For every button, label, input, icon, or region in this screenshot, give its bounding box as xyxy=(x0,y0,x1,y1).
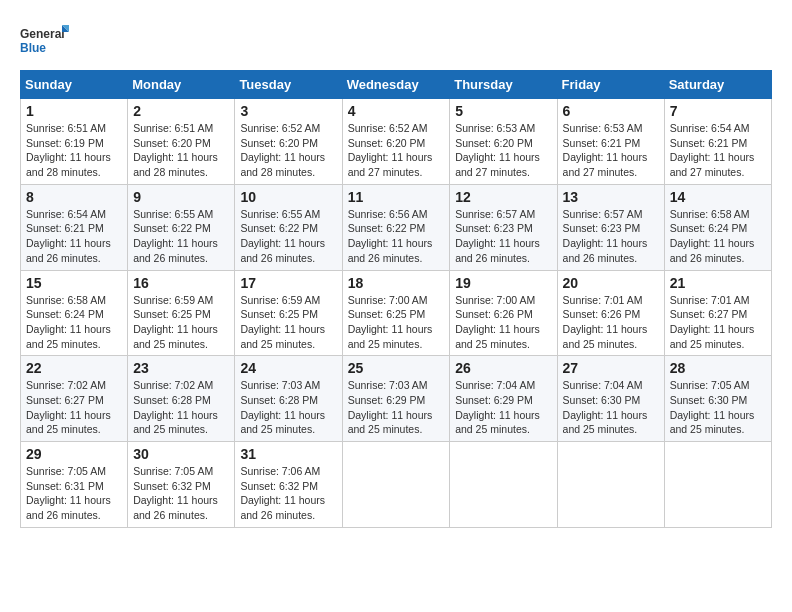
calendar-day-16: 16 Sunrise: 6:59 AM Sunset: 6:25 PM Dayl… xyxy=(128,270,235,356)
logo: General Blue xyxy=(20,20,70,60)
day-number: 3 xyxy=(240,103,336,119)
page-header: General Blue xyxy=(20,20,772,60)
svg-text:General: General xyxy=(20,27,65,41)
day-number: 1 xyxy=(26,103,122,119)
day-info: Sunrise: 6:53 AM Sunset: 6:20 PM Dayligh… xyxy=(455,121,551,180)
day-info: Sunrise: 6:54 AM Sunset: 6:21 PM Dayligh… xyxy=(26,207,122,266)
calendar-day-5: 5 Sunrise: 6:53 AM Sunset: 6:20 PM Dayli… xyxy=(450,99,557,185)
day-info: Sunrise: 6:52 AM Sunset: 6:20 PM Dayligh… xyxy=(240,121,336,180)
day-info: Sunrise: 7:01 AM Sunset: 6:27 PM Dayligh… xyxy=(670,293,766,352)
day-info: Sunrise: 7:02 AM Sunset: 6:28 PM Dayligh… xyxy=(133,378,229,437)
calendar-day-3: 3 Sunrise: 6:52 AM Sunset: 6:20 PM Dayli… xyxy=(235,99,342,185)
column-header-wednesday: Wednesday xyxy=(342,71,450,99)
calendar-day-4: 4 Sunrise: 6:52 AM Sunset: 6:20 PM Dayli… xyxy=(342,99,450,185)
calendar-day-9: 9 Sunrise: 6:55 AM Sunset: 6:22 PM Dayli… xyxy=(128,184,235,270)
calendar-week-1: 1 Sunrise: 6:51 AM Sunset: 6:19 PM Dayli… xyxy=(21,99,772,185)
day-number: 26 xyxy=(455,360,551,376)
day-number: 16 xyxy=(133,275,229,291)
calendar-day-26: 26 Sunrise: 7:04 AM Sunset: 6:29 PM Dayl… xyxy=(450,356,557,442)
day-number: 30 xyxy=(133,446,229,462)
day-info: Sunrise: 6:55 AM Sunset: 6:22 PM Dayligh… xyxy=(240,207,336,266)
day-info: Sunrise: 7:00 AM Sunset: 6:26 PM Dayligh… xyxy=(455,293,551,352)
day-number: 7 xyxy=(670,103,766,119)
calendar-day-20: 20 Sunrise: 7:01 AM Sunset: 6:26 PM Dayl… xyxy=(557,270,664,356)
calendar-day-27: 27 Sunrise: 7:04 AM Sunset: 6:30 PM Dayl… xyxy=(557,356,664,442)
calendar-day-31: 31 Sunrise: 7:06 AM Sunset: 6:32 PM Dayl… xyxy=(235,442,342,528)
day-info: Sunrise: 7:05 AM Sunset: 6:32 PM Dayligh… xyxy=(133,464,229,523)
calendar-day-13: 13 Sunrise: 6:57 AM Sunset: 6:23 PM Dayl… xyxy=(557,184,664,270)
calendar-week-4: 22 Sunrise: 7:02 AM Sunset: 6:27 PM Dayl… xyxy=(21,356,772,442)
calendar-day-2: 2 Sunrise: 6:51 AM Sunset: 6:20 PM Dayli… xyxy=(128,99,235,185)
column-header-sunday: Sunday xyxy=(21,71,128,99)
day-number: 6 xyxy=(563,103,659,119)
day-number: 29 xyxy=(26,446,122,462)
day-info: Sunrise: 7:03 AM Sunset: 6:28 PM Dayligh… xyxy=(240,378,336,437)
calendar-day-24: 24 Sunrise: 7:03 AM Sunset: 6:28 PM Dayl… xyxy=(235,356,342,442)
day-info: Sunrise: 7:02 AM Sunset: 6:27 PM Dayligh… xyxy=(26,378,122,437)
calendar-week-5: 29 Sunrise: 7:05 AM Sunset: 6:31 PM Dayl… xyxy=(21,442,772,528)
day-number: 9 xyxy=(133,189,229,205)
column-header-tuesday: Tuesday xyxy=(235,71,342,99)
day-info: Sunrise: 6:57 AM Sunset: 6:23 PM Dayligh… xyxy=(563,207,659,266)
calendar-day-21: 21 Sunrise: 7:01 AM Sunset: 6:27 PM Dayl… xyxy=(664,270,771,356)
day-info: Sunrise: 7:03 AM Sunset: 6:29 PM Dayligh… xyxy=(348,378,445,437)
day-info: Sunrise: 6:51 AM Sunset: 6:19 PM Dayligh… xyxy=(26,121,122,180)
calendar-day-30: 30 Sunrise: 7:05 AM Sunset: 6:32 PM Dayl… xyxy=(128,442,235,528)
calendar-day-29: 29 Sunrise: 7:05 AM Sunset: 6:31 PM Dayl… xyxy=(21,442,128,528)
day-number: 25 xyxy=(348,360,445,376)
day-info: Sunrise: 7:01 AM Sunset: 6:26 PM Dayligh… xyxy=(563,293,659,352)
calendar-day-1: 1 Sunrise: 6:51 AM Sunset: 6:19 PM Dayli… xyxy=(21,99,128,185)
day-info: Sunrise: 6:53 AM Sunset: 6:21 PM Dayligh… xyxy=(563,121,659,180)
day-info: Sunrise: 6:51 AM Sunset: 6:20 PM Dayligh… xyxy=(133,121,229,180)
day-number: 4 xyxy=(348,103,445,119)
calendar-day-15: 15 Sunrise: 6:58 AM Sunset: 6:24 PM Dayl… xyxy=(21,270,128,356)
svg-text:Blue: Blue xyxy=(20,41,46,55)
day-number: 22 xyxy=(26,360,122,376)
calendar-day-14: 14 Sunrise: 6:58 AM Sunset: 6:24 PM Dayl… xyxy=(664,184,771,270)
day-number: 8 xyxy=(26,189,122,205)
day-number: 13 xyxy=(563,189,659,205)
day-number: 5 xyxy=(455,103,551,119)
day-info: Sunrise: 6:57 AM Sunset: 6:23 PM Dayligh… xyxy=(455,207,551,266)
calendar-empty-cell xyxy=(664,442,771,528)
calendar-day-28: 28 Sunrise: 7:05 AM Sunset: 6:30 PM Dayl… xyxy=(664,356,771,442)
day-number: 21 xyxy=(670,275,766,291)
day-info: Sunrise: 6:55 AM Sunset: 6:22 PM Dayligh… xyxy=(133,207,229,266)
calendar-day-18: 18 Sunrise: 7:00 AM Sunset: 6:25 PM Dayl… xyxy=(342,270,450,356)
day-number: 15 xyxy=(26,275,122,291)
day-number: 24 xyxy=(240,360,336,376)
day-number: 12 xyxy=(455,189,551,205)
calendar-week-3: 15 Sunrise: 6:58 AM Sunset: 6:24 PM Dayl… xyxy=(21,270,772,356)
calendar-day-10: 10 Sunrise: 6:55 AM Sunset: 6:22 PM Dayl… xyxy=(235,184,342,270)
day-number: 20 xyxy=(563,275,659,291)
calendar-empty-cell xyxy=(450,442,557,528)
calendar-week-2: 8 Sunrise: 6:54 AM Sunset: 6:21 PM Dayli… xyxy=(21,184,772,270)
calendar-day-11: 11 Sunrise: 6:56 AM Sunset: 6:22 PM Dayl… xyxy=(342,184,450,270)
day-number: 27 xyxy=(563,360,659,376)
calendar-table: SundayMondayTuesdayWednesdayThursdayFrid… xyxy=(20,70,772,528)
calendar-empty-cell xyxy=(557,442,664,528)
day-info: Sunrise: 7:04 AM Sunset: 6:29 PM Dayligh… xyxy=(455,378,551,437)
day-number: 17 xyxy=(240,275,336,291)
day-number: 11 xyxy=(348,189,445,205)
day-number: 2 xyxy=(133,103,229,119)
calendar-header-row: SundayMondayTuesdayWednesdayThursdayFrid… xyxy=(21,71,772,99)
day-info: Sunrise: 6:54 AM Sunset: 6:21 PM Dayligh… xyxy=(670,121,766,180)
day-info: Sunrise: 6:52 AM Sunset: 6:20 PM Dayligh… xyxy=(348,121,445,180)
column-header-saturday: Saturday xyxy=(664,71,771,99)
column-header-friday: Friday xyxy=(557,71,664,99)
day-info: Sunrise: 6:59 AM Sunset: 6:25 PM Dayligh… xyxy=(133,293,229,352)
calendar-day-6: 6 Sunrise: 6:53 AM Sunset: 6:21 PM Dayli… xyxy=(557,99,664,185)
column-header-monday: Monday xyxy=(128,71,235,99)
day-number: 18 xyxy=(348,275,445,291)
day-number: 19 xyxy=(455,275,551,291)
calendar-day-8: 8 Sunrise: 6:54 AM Sunset: 6:21 PM Dayli… xyxy=(21,184,128,270)
day-info: Sunrise: 7:06 AM Sunset: 6:32 PM Dayligh… xyxy=(240,464,336,523)
day-number: 28 xyxy=(670,360,766,376)
calendar-day-19: 19 Sunrise: 7:00 AM Sunset: 6:26 PM Dayl… xyxy=(450,270,557,356)
calendar-day-7: 7 Sunrise: 6:54 AM Sunset: 6:21 PM Dayli… xyxy=(664,99,771,185)
day-info: Sunrise: 6:59 AM Sunset: 6:25 PM Dayligh… xyxy=(240,293,336,352)
calendar-day-12: 12 Sunrise: 6:57 AM Sunset: 6:23 PM Dayl… xyxy=(450,184,557,270)
day-number: 31 xyxy=(240,446,336,462)
calendar-day-23: 23 Sunrise: 7:02 AM Sunset: 6:28 PM Dayl… xyxy=(128,356,235,442)
